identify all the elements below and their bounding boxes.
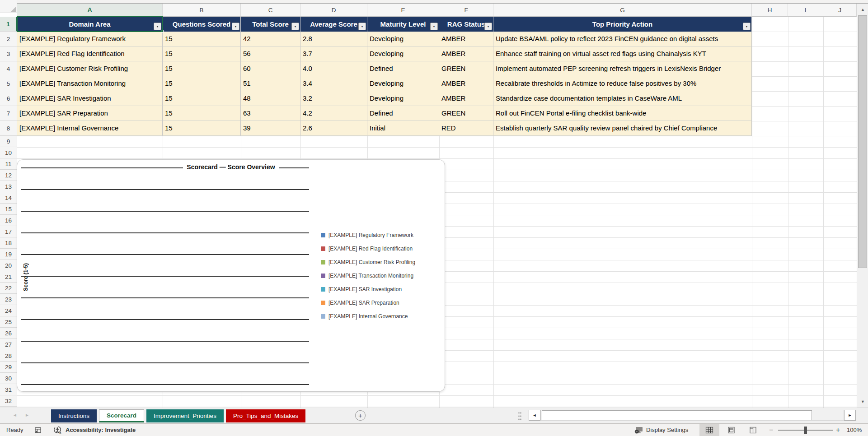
cell-D7[interactable]: 4.2	[300, 106, 367, 121]
row-header-22[interactable]: 22	[0, 283, 17, 294]
filter-button-questions-scored[interactable]: ▼	[232, 23, 239, 30]
filter-button-maturity-level[interactable]: ▼	[430, 23, 438, 30]
cell-E3[interactable]: Developing	[367, 46, 439, 61]
row-header-12[interactable]: 12	[0, 170, 17, 181]
row-header-21[interactable]: 21	[0, 271, 17, 283]
row-header-29[interactable]: 29	[0, 362, 17, 373]
row-header-24[interactable]: 24	[0, 305, 17, 316]
cell-C4[interactable]: 60	[241, 61, 300, 76]
row-header-19[interactable]: 19	[0, 249, 17, 260]
row-header-10[interactable]: 10	[0, 147, 17, 158]
vertical-scrollbar[interactable]: ▲ ▼	[857, 4, 868, 408]
cell-E7[interactable]: Defined	[367, 106, 439, 121]
new-sheet-button[interactable]: +	[355, 410, 366, 421]
column-header-c[interactable]: C	[241, 4, 300, 17]
vscroll-down-arrow-icon[interactable]: ▼	[857, 396, 868, 407]
tab-scroll-left-icon[interactable]: ◄	[13, 413, 17, 417]
zoom-level[interactable]: 100%	[847, 424, 862, 436]
table-header-domain-area[interactable]: Domain Area▼	[17, 17, 163, 32]
filter-button-domain-area[interactable]: ▼	[154, 23, 161, 30]
select-all-button[interactable]	[0, 0, 17, 13]
horizontal-scrollbar[interactable]	[540, 410, 844, 421]
table-header-rag-status[interactable]: RAG Status▼	[439, 17, 493, 32]
view-normal-button[interactable]	[699, 424, 719, 436]
sheet-tab-improvement-priorities[interactable]: Improvement_Priorities	[146, 409, 224, 422]
score-overview-chart[interactable]: Scorecard — Score Overview Score (1-5) […	[17, 159, 445, 392]
cell-F2[interactable]: AMBER	[439, 32, 493, 46]
row-header-15[interactable]: 15	[0, 204, 17, 215]
table-header-questions-scored[interactable]: Questions Scored▼	[163, 17, 241, 32]
cell-B8[interactable]: 15	[163, 121, 241, 136]
row-header-31[interactable]: 31	[0, 384, 17, 395]
filter-button-rag-status[interactable]: ▼	[484, 23, 492, 30]
sheet-tab-scorecard[interactable]: Scorecard	[99, 409, 144, 422]
row-header-1[interactable]: 1	[0, 17, 17, 32]
cell-F8[interactable]: RED	[439, 121, 493, 136]
cell-G7[interactable]: Roll out FinCEN Portal e-filing checklis…	[493, 106, 752, 121]
cell-B7[interactable]: 15	[163, 106, 241, 121]
row-header-20[interactable]: 20	[0, 260, 17, 271]
cell-A7[interactable]: [EXAMPLE] SAR Preparation	[17, 106, 163, 121]
column-header-i[interactable]: I	[788, 4, 823, 17]
cell-A3[interactable]: [EXAMPLE] Red Flag Identification	[17, 46, 163, 61]
cell-E2[interactable]: Developing	[367, 32, 439, 46]
row-header-9[interactable]: 9	[0, 136, 17, 147]
table-header-average-score[interactable]: Average Score▼	[300, 17, 367, 32]
cell-A6[interactable]: [EXAMPLE] SAR Investigation	[17, 91, 163, 106]
cell-C5[interactable]: 51	[241, 76, 300, 91]
row-header-28[interactable]: 28	[0, 350, 17, 362]
row-header-11[interactable]: 11	[0, 158, 17, 170]
row-header-27[interactable]: 27	[0, 339, 17, 350]
cell-F6[interactable]: AMBER	[439, 91, 493, 106]
row-header-7[interactable]: 7	[0, 106, 17, 121]
vscroll-thumb[interactable]	[858, 15, 867, 268]
row-header-17[interactable]: 17	[0, 226, 17, 237]
table-header-total-score[interactable]: Total Score▼	[241, 17, 300, 32]
column-header-d[interactable]: D	[300, 4, 367, 17]
tab-splitter-handle-icon[interactable]	[518, 412, 522, 422]
row-header-16[interactable]: 16	[0, 215, 17, 226]
cell-B4[interactable]: 15	[163, 61, 241, 76]
column-header-f[interactable]: F	[439, 4, 493, 17]
hscroll-left-arrow-icon[interactable]: ◄	[529, 410, 540, 421]
row-header-26[interactable]: 26	[0, 328, 17, 339]
cell-A2[interactable]: [EXAMPLE] Regulatory Framework	[17, 32, 163, 46]
row-header-32[interactable]: 32	[0, 395, 17, 407]
row-header-5[interactable]: 5	[0, 76, 17, 91]
macro-record-icon[interactable]	[34, 424, 42, 436]
cell-B6[interactable]: 15	[163, 91, 241, 106]
row-header-13[interactable]: 13	[0, 181, 17, 192]
hscroll-thumb[interactable]	[542, 410, 812, 420]
vscroll-up-arrow-icon[interactable]: ▲	[857, 4, 868, 15]
filter-button-top-priority-action[interactable]: ▼	[743, 23, 751, 30]
row-header-3[interactable]: 3	[0, 46, 17, 61]
zoom-in-button[interactable]: +	[836, 424, 840, 436]
view-page-break-button[interactable]	[743, 424, 763, 436]
row-header-23[interactable]: 23	[0, 294, 17, 305]
cell-C8[interactable]: 39	[241, 121, 300, 136]
row-header-8[interactable]: 8	[0, 121, 17, 136]
cell-E6[interactable]: Developing	[367, 91, 439, 106]
cell-G3[interactable]: Enhance staff training on virtual asset …	[493, 46, 752, 61]
cell-F5[interactable]: AMBER	[439, 76, 493, 91]
cell-D8[interactable]: 2.6	[300, 121, 367, 136]
column-header-j[interactable]: J	[823, 4, 857, 17]
cell-A8[interactable]: [EXAMPLE] Internal Governance	[17, 121, 163, 136]
filter-button-average-score[interactable]: ▼	[358, 23, 366, 30]
cell-D2[interactable]: 2.8	[300, 32, 367, 46]
cell-B2[interactable]: 15	[163, 32, 241, 46]
row-header-25[interactable]: 25	[0, 316, 17, 328]
cell-A5[interactable]: [EXAMPLE] Transaction Monitoring	[17, 76, 163, 91]
zoom-slider-thumb[interactable]	[804, 427, 807, 434]
cell-F7[interactable]: GREEN	[439, 106, 493, 121]
cell-E8[interactable]: Initial	[367, 121, 439, 136]
hscroll-right-arrow-icon[interactable]: ►	[844, 410, 856, 421]
cell-C7[interactable]: 63	[241, 106, 300, 121]
cell-D4[interactable]: 4.0	[300, 61, 367, 76]
cell-E4[interactable]: Defined	[367, 61, 439, 76]
filter-button-total-score[interactable]: ▼	[291, 23, 299, 30]
row-header-2[interactable]: 2	[0, 32, 17, 46]
cell-E5[interactable]: Developing	[367, 76, 439, 91]
row-header-4[interactable]: 4	[0, 61, 17, 76]
cell-D6[interactable]: 3.2	[300, 91, 367, 106]
